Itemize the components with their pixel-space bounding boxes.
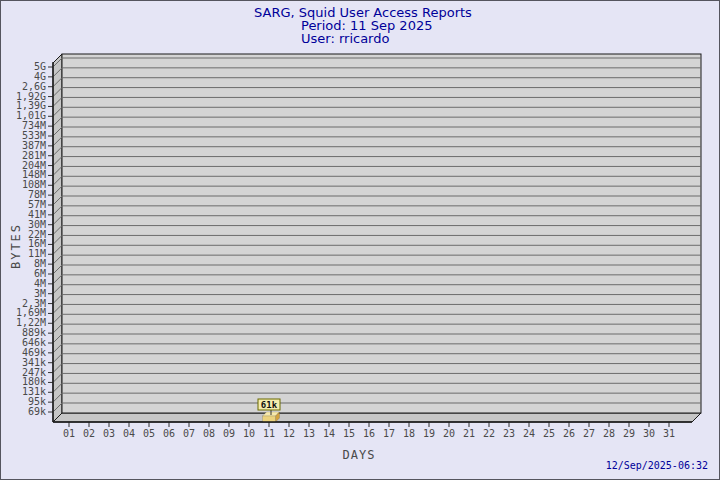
x-axis-ticks: 0102030405060708091011121314151617181920… (63, 422, 675, 439)
x-tick-label: 17 (383, 428, 395, 439)
x-tick-label: 01 (63, 428, 75, 439)
x-tick-label: 14 (323, 428, 335, 439)
y-tick-label: 69k (28, 406, 46, 417)
x-tick-label: 13 (303, 428, 315, 439)
x-tick-label: 20 (443, 428, 455, 439)
plot-back-wall (62, 54, 701, 413)
x-tick-label: 07 (183, 428, 195, 439)
x-tick-label: 10 (243, 428, 255, 439)
x-tick-label: 24 (523, 428, 535, 439)
x-tick-label: 30 (643, 428, 655, 439)
x-tick-label: 27 (583, 428, 595, 439)
x-tick-label: 08 (203, 428, 215, 439)
x-tick-label: 21 (463, 428, 475, 439)
x-tick-label: 29 (623, 428, 635, 439)
x-tick-label: 26 (563, 428, 575, 439)
x-tick-label: 16 (363, 428, 375, 439)
bar-day-11 (263, 416, 276, 422)
x-tick-label: 18 (403, 428, 415, 439)
generation-timestamp: 12/Sep/2025-06:32 (606, 460, 708, 471)
x-axis-title: DAYS (343, 448, 376, 462)
x-tick-label: 06 (163, 428, 175, 439)
x-tick-label: 02 (83, 428, 95, 439)
plot-floor (53, 413, 701, 422)
x-tick-label: 04 (123, 428, 135, 439)
x-tick-label: 31 (663, 428, 675, 439)
x-tick-label: 12 (283, 428, 295, 439)
x-tick-label: 03 (103, 428, 115, 439)
bar-value-label: 61k (261, 400, 278, 410)
sarg-report-chart: SARG, Squid User Access Reports Period: … (1, 1, 719, 479)
y-axis-title: BYTES (9, 223, 23, 269)
x-tick-label: 19 (423, 428, 435, 439)
x-tick-label: 23 (503, 428, 515, 439)
x-tick-label: 05 (143, 428, 155, 439)
x-tick-label: 09 (223, 428, 235, 439)
x-tick-label: 25 (543, 428, 555, 439)
x-tick-label: 11 (263, 428, 275, 439)
x-tick-label: 22 (483, 428, 495, 439)
sarg-report-page: SARG, Squid User Access Reports Period: … (0, 0, 720, 480)
x-tick-label: 28 (603, 428, 615, 439)
report-user: User: rricardo (301, 31, 389, 46)
x-tick-label: 15 (343, 428, 355, 439)
